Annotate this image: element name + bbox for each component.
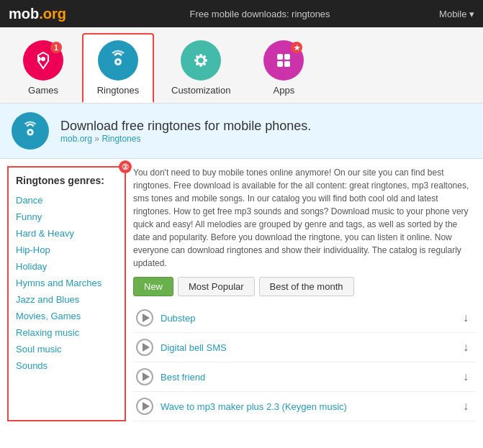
tab-games[interactable]: 1 Games — [7, 33, 79, 103]
content-tabs: New Most Popular Best of the month — [133, 277, 476, 296]
nav-tabs: 1 Games Ringtones — [0, 27, 483, 104]
hero-ringtone-icon — [19, 120, 41, 142]
svg-point-4 — [117, 60, 119, 63]
genre-funny[interactable]: Funny — [16, 209, 117, 225]
breadcrumb: mob.org » Ringtones — [60, 134, 311, 144]
content-description: You don't need to buy mobile tones onlin… — [133, 166, 476, 270]
svg-rect-14 — [277, 54, 283, 60]
customization-icon-bg — [181, 40, 221, 81]
svg-point-9 — [204, 59, 207, 62]
play-triangle-icon — [143, 343, 150, 352]
svg-point-5 — [197, 57, 204, 64]
breadcrumb-page[interactable]: Ringtones — [101, 134, 140, 144]
ringtones-icon — [107, 49, 130, 72]
genre-list: Dance Funny Hard & Heavy Hip-Hop Holiday… — [16, 192, 117, 374]
tab-ringtones[interactable]: Ringtones — [82, 33, 154, 103]
hero-title: Download free ringtones for mobile phone… — [60, 119, 311, 134]
download-button-digital-bell[interactable]: ↓ — [459, 339, 473, 355]
tab-games-label: Games — [28, 85, 58, 96]
svg-rect-15 — [284, 54, 290, 60]
song-list: Dubstep ↓ Digital bell SMS ↓ Best friend… — [133, 303, 476, 421]
logo[interactable]: mob.org — [9, 6, 66, 22]
customization-icon — [189, 49, 212, 72]
games-icon — [32, 50, 54, 71]
tab-customization-label: Customization — [171, 85, 230, 96]
content-area: You don't need to buy mobile tones onlin… — [133, 166, 476, 421]
song-title-best-friend[interactable]: Best friend — [161, 372, 451, 383]
play-button-dubstep[interactable] — [136, 309, 153, 326]
tab-ringtones-label: Ringtones — [97, 85, 140, 96]
hero-icon — [12, 112, 49, 150]
apps-badge: ★ — [291, 42, 302, 53]
play-button-best-friend[interactable] — [136, 368, 153, 385]
svg-rect-16 — [277, 61, 283, 67]
hero-section: Download free ringtones for mobile phone… — [0, 104, 483, 159]
play-triangle-icon — [143, 372, 150, 381]
tab-popular[interactable]: Most Popular — [178, 277, 255, 296]
song-item: Dubstep ↓ — [133, 303, 476, 333]
header: mob.org Free mobile downloads: ringtones… — [0, 0, 483, 27]
svg-point-6 — [199, 54, 202, 57]
song-title-digital-bell[interactable]: Digital bell SMS — [161, 342, 451, 353]
svg-point-7 — [199, 64, 202, 67]
song-title-dubstep[interactable]: Dubstep — [161, 313, 451, 324]
tab-customization[interactable]: Customization — [157, 33, 245, 103]
genre-hard-heavy[interactable]: Hard & Heavy — [16, 225, 117, 242]
hero-text: Download free ringtones for mobile phone… — [60, 119, 311, 144]
download-button-dubstep[interactable]: ↓ — [459, 310, 473, 326]
mobile-menu-button[interactable]: Mobile ▾ — [439, 9, 474, 19]
header-title: Free mobile downloads: ringtones — [189, 9, 330, 19]
breadcrumb-sep: » — [92, 134, 101, 144]
genre-relaxing[interactable]: Relaxing music — [16, 324, 117, 341]
ringtones-icon-bg — [98, 40, 138, 81]
genre-jazz[interactable]: Jazz and Blues — [16, 291, 117, 308]
svg-point-19 — [29, 131, 32, 134]
song-title-wave[interactable]: Wave to mp3 maker plus 2.3 (Keygen music… — [161, 401, 451, 412]
logo-mob: mob — [9, 6, 39, 22]
tab-apps[interactable]: ★ Apps — [248, 33, 320, 103]
genre-hymns[interactable]: Hymns and Marches — [16, 275, 117, 291]
apps-icon-bg: ★ — [263, 40, 304, 81]
genre-dance[interactable]: Dance — [16, 192, 117, 209]
song-item: Digital bell SMS ↓ — [133, 333, 476, 362]
svg-point-8 — [194, 59, 197, 62]
genre-sounds[interactable]: Sounds — [16, 357, 117, 374]
song-item: Wave to mp3 maker plus 2.3 (Keygen music… — [133, 392, 476, 421]
genre-soul[interactable]: Soul music — [16, 341, 117, 357]
tab-new[interactable]: New — [133, 277, 173, 296]
logo-org: .org — [39, 6, 66, 22]
genre-hiphop[interactable]: Hip-Hop — [16, 242, 117, 258]
svg-point-11 — [203, 55, 206, 58]
download-button-best-friend[interactable]: ↓ — [459, 369, 473, 385]
games-badge: 1 — [50, 42, 62, 53]
games-icon-bg: 1 — [23, 40, 63, 81]
sidebar-heading: Ringtones genres: — [16, 175, 117, 186]
svg-point-10 — [196, 55, 199, 58]
play-button-digital-bell[interactable] — [136, 339, 153, 356]
download-button-wave[interactable]: ↓ — [459, 398, 473, 414]
play-triangle-icon — [143, 314, 150, 322]
genre-holiday[interactable]: Holiday — [16, 258, 117, 275]
song-item: Best friend ↓ — [133, 362, 476, 392]
tab-apps-label: Apps — [274, 85, 295, 96]
apps-icon — [272, 49, 295, 72]
svg-point-12 — [196, 63, 199, 65]
genre-movies[interactable]: Movies, Games — [16, 308, 117, 324]
play-triangle-icon — [143, 402, 150, 411]
svg-rect-17 — [284, 61, 290, 67]
svg-point-13 — [203, 63, 206, 65]
play-button-wave[interactable] — [136, 398, 153, 415]
main-content: ② Ringtones genres: Dance Funny Hard & H… — [0, 159, 483, 429]
sidebar-badge: ② — [119, 160, 132, 173]
breadcrumb-home[interactable]: mob.org — [60, 134, 92, 144]
sidebar: ② Ringtones genres: Dance Funny Hard & H… — [7, 166, 126, 421]
tab-month[interactable]: Best of the month — [259, 277, 354, 296]
